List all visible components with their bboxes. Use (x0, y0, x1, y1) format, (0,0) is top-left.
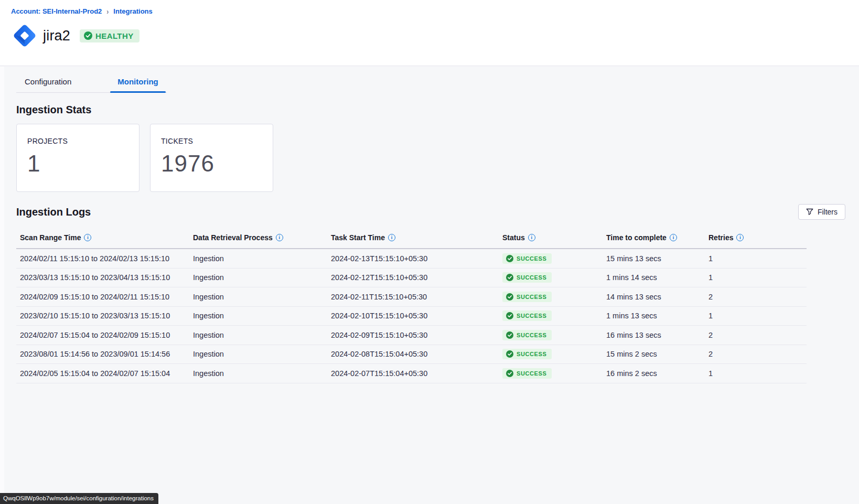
ingestion-logs-header: Ingestion Logs Filters (16, 204, 807, 220)
cell-task-start-time: 2024-02-07T15:15:04+05:30 (331, 369, 502, 378)
integration-title-row: jira2 HEALTHY (11, 22, 859, 49)
column-header-label: Task Start Time (331, 233, 385, 242)
cell-data-retrieval-process: Ingestion (193, 350, 331, 358)
breadcrumb-account-link[interactable]: Account: SEI-Internal-Prod2 (11, 7, 102, 15)
cell-scan-range-time: 2023/03/13 15:15:10 to 2023/04/13 15:15:… (20, 273, 193, 282)
status-badge-label: SUCCESS (517, 255, 546, 262)
status-badge: SUCCESS (502, 310, 552, 321)
column-header-label: Scan Range Time (20, 233, 81, 242)
filters-button-label: Filters (818, 208, 837, 216)
cell-data-retrieval-process: Ingestion (193, 312, 331, 320)
cell-status: SUCCESS (502, 310, 606, 321)
info-icon[interactable]: i (388, 234, 395, 241)
table-row: 2024/02/07 15:15:04 to 2024/02/09 15:15:… (16, 326, 807, 345)
cell-retries: 2 (708, 331, 807, 339)
stat-card-tickets: TICKETS 1976 (150, 124, 273, 192)
health-badge-label: HEALTHY (95, 31, 134, 40)
table-row: 2024/02/09 15:15:10 to 2024/02/11 15:15:… (16, 287, 807, 307)
cell-status: SUCCESS (502, 330, 606, 340)
breadcrumb-integrations-link[interactable]: Integrations (113, 7, 152, 15)
check-circle-icon (506, 350, 513, 358)
cell-scan-range-time: 2024/02/11 15:15:10 to 2024/02/13 15:15:… (20, 254, 193, 263)
cell-scan-range-time: 2023/08/01 15:14:56 to 2023/09/01 15:14:… (20, 350, 193, 358)
info-icon[interactable]: i (84, 234, 91, 241)
check-circle-icon (506, 331, 513, 339)
cell-time-to-complete: 15 mins 13 secs (606, 254, 708, 263)
stat-card-projects: PROJECTS 1 (16, 124, 139, 192)
check-circle-icon (84, 31, 92, 40)
health-status-badge: HEALTHY (80, 29, 139, 42)
link-preview-statusbar: QwqOSllWp9ob7w/module/sei/configuration/… (0, 493, 158, 504)
stat-value: 1 (27, 151, 139, 177)
info-icon[interactable]: i (736, 234, 744, 241)
cell-task-start-time: 2024-02-13T15:15:10+05:30 (331, 254, 502, 263)
cell-task-start-time: 2024-02-08T15:15:04+05:30 (331, 350, 502, 358)
cell-task-start-time: 2024-02-10T15:15:10+05:30 (331, 312, 502, 320)
cell-task-start-time: 2024-02-12T15:15:10+05:30 (331, 273, 502, 282)
cell-data-retrieval-process: Ingestion (193, 369, 331, 378)
cell-status: SUCCESS (502, 272, 606, 283)
check-circle-icon (506, 312, 513, 319)
cell-status: SUCCESS (502, 349, 606, 359)
status-badge: SUCCESS (502, 272, 552, 283)
status-badge-label: SUCCESS (517, 313, 546, 319)
column-header-scan-range-time: Scan Range Timei (20, 233, 193, 242)
chevron-right-icon: › (106, 7, 109, 15)
stat-label: PROJECTS (27, 137, 139, 145)
cell-status: SUCCESS (502, 253, 606, 264)
status-badge: SUCCESS (502, 368, 552, 379)
page-header: Account: SEI-Internal-Prod2 › Integratio… (0, 0, 859, 66)
ingestion-logs-table: Scan Range TimeiData Retrieval ProcessiT… (16, 222, 807, 383)
cell-retries: 2 (708, 293, 807, 301)
check-circle-icon (506, 255, 513, 262)
cell-time-to-complete: 16 mins 2 secs (606, 369, 708, 378)
column-header-label: Status (502, 233, 525, 242)
ingestion-stats-heading: Ingestion Stats (16, 104, 807, 116)
info-icon[interactable]: i (670, 234, 677, 241)
cell-data-retrieval-process: Ingestion (193, 273, 331, 282)
jira-logo-icon (11, 22, 38, 49)
cell-task-start-time: 2024-02-09T15:15:10+05:30 (331, 331, 502, 339)
stat-label: TICKETS (161, 137, 273, 145)
tab-configuration[interactable]: Configuration (17, 74, 79, 92)
cell-time-to-complete: 14 mins 13 secs (606, 293, 708, 301)
cell-task-start-time: 2024-02-11T15:15:10+05:30 (331, 293, 502, 301)
check-circle-icon (506, 293, 513, 301)
stat-cards: PROJECTS 1 TICKETS 1976 (16, 124, 807, 192)
cell-retries: 1 (708, 273, 807, 282)
column-header-time-to-complete: Time to completei (606, 233, 708, 242)
cell-status: SUCCESS (502, 292, 606, 302)
table-row: 2024/02/05 15:15:04 to 2024/02/07 15:15:… (16, 364, 807, 383)
stat-value: 1976 (161, 151, 273, 177)
cell-time-to-complete: 1 mins 13 secs (606, 312, 708, 320)
cell-retries: 1 (708, 254, 807, 263)
status-badge-label: SUCCESS (517, 370, 546, 377)
cell-scan-range-time: 2024/02/09 15:15:10 to 2024/02/11 15:15:… (20, 293, 193, 301)
info-icon[interactable]: i (276, 234, 283, 241)
status-badge: SUCCESS (502, 253, 552, 264)
column-header-status: Statusi (502, 233, 606, 242)
info-icon[interactable]: i (528, 234, 535, 241)
logs-table-header-row: Scan Range TimeiData Retrieval ProcessiT… (16, 222, 807, 249)
cell-retries: 2 (708, 350, 807, 358)
column-header-label: Retries (708, 233, 733, 242)
status-badge-label: SUCCESS (517, 351, 546, 357)
status-badge: SUCCESS (502, 330, 552, 340)
cell-scan-range-time: 2023/02/10 15:15:10 to 2023/03/13 15:15:… (20, 312, 193, 320)
ingestion-logs-heading: Ingestion Logs (16, 206, 91, 218)
filter-funnel-icon (806, 208, 813, 216)
status-badge-label: SUCCESS (517, 294, 546, 300)
column-header-data-retrieval-process: Data Retrieval Processi (193, 233, 331, 242)
cell-time-to-complete: 1 mins 14 secs (606, 273, 708, 282)
cell-scan-range-time: 2024/02/05 15:15:04 to 2024/02/07 15:15:… (20, 369, 193, 378)
cell-time-to-complete: 15 mins 2 secs (606, 350, 708, 358)
filters-button[interactable]: Filters (798, 204, 845, 220)
logs-table-body: 2024/02/11 15:15:10 to 2024/02/13 15:15:… (16, 249, 807, 383)
check-circle-icon (506, 274, 513, 281)
status-badge-label: SUCCESS (517, 332, 546, 338)
tab-monitoring[interactable]: Monitoring (110, 74, 165, 92)
column-header-retries: Retriesi (708, 233, 807, 242)
column-header-label: Time to complete (606, 233, 667, 242)
status-badge: SUCCESS (502, 292, 552, 302)
cell-status: SUCCESS (502, 368, 606, 379)
